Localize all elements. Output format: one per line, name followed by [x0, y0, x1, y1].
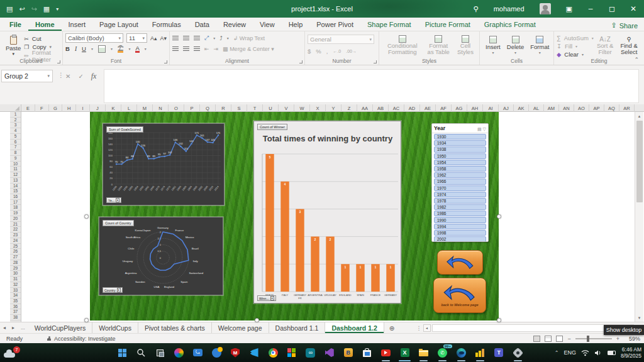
taskbar-icon-app-b[interactable]: B: [343, 348, 353, 358]
cell-styles-button[interactable]: Cell Styles: [454, 33, 477, 57]
clear-button[interactable]: ◆Clear▾: [557, 51, 594, 58]
select-all-corner[interactable]: [0, 104, 21, 112]
column-header-AK[interactable]: AK: [514, 104, 529, 112]
taskbar-icon-paint-3d[interactable]: ⤿: [192, 348, 203, 358]
ribbon-tab-graphics-format[interactable]: Graphics Format: [477, 19, 543, 31]
slicer-item-1950[interactable]: 1950: [434, 153, 486, 159]
row-header-10[interactable]: 10: [10, 162, 21, 167]
insert-cells-button[interactable]: Insert▾: [482, 33, 504, 57]
radar-chart-axis-button[interactable]: Country▾: [103, 287, 123, 293]
taskbar-icon-get-help[interactable]: [211, 348, 222, 358]
row-header-12[interactable]: 12: [10, 172, 21, 178]
format-as-table-button[interactable]: Format as Table: [423, 33, 454, 57]
line-chart-field-button[interactable]: Sum of GoalsScored: [106, 126, 143, 133]
comma-format-icon[interactable]: ,: [326, 48, 328, 55]
ribbon-tab-picture-format[interactable]: Picture Format: [418, 19, 477, 31]
radar-chart-field-button[interactable]: Count of Country: [103, 220, 134, 226]
page-break-view-icon[interactable]: [556, 336, 563, 342]
page-layout-view-icon[interactable]: [545, 336, 552, 342]
ribbon-tab-file[interactable]: File: [3, 19, 28, 31]
slicer-item-1998[interactable]: 1998: [434, 230, 486, 236]
winners-bar-chart[interactable]: Count of Winner Winn...▾ Total times of …: [253, 121, 401, 304]
sheet-nav-left-icon[interactable]: ◂: [0, 322, 9, 333]
taskbar-icon-chrome[interactable]: [268, 348, 279, 358]
fill-color-icon[interactable]: ⛱: [118, 45, 124, 53]
column-header-Z[interactable]: Z: [341, 104, 357, 112]
column-header-AE[interactable]: AE: [420, 104, 436, 112]
sheet-tab-welcome-page[interactable]: Welcome page: [212, 322, 269, 333]
row-header-18[interactable]: 18: [10, 205, 21, 211]
slicer-item-2002[interactable]: 2002: [434, 236, 486, 242]
column-header-U[interactable]: U: [263, 104, 279, 112]
column-header-AI[interactable]: AI: [483, 104, 499, 112]
sheet-tab-dashboard-1-2[interactable]: Dashboard 1.2: [325, 322, 384, 333]
clock[interactable]: 6:46 AM 8/9/2025: [621, 346, 641, 359]
ribbon-display-options-icon[interactable]: ▣: [558, 0, 580, 18]
slicer-clear-filter-icon[interactable]: ▽: [483, 127, 486, 131]
sheet-overflow-button[interactable]: ...: [18, 322, 28, 333]
normal-view-icon[interactable]: [533, 336, 540, 342]
sheet-tab-worldcupplayers[interactable]: WorldCupPlayers: [28, 322, 93, 333]
merge-center-button[interactable]: ▩ Merge & Center ▾: [223, 46, 274, 52]
taskbar-icon-power-bi[interactable]: [475, 348, 486, 358]
ribbon-tab-view[interactable]: View: [253, 19, 282, 31]
row-header-36[interactable]: 36: [10, 304, 21, 310]
align-right-icon[interactable]: [194, 47, 200, 51]
slicer-item-1990[interactable]: 1990: [434, 217, 486, 222]
column-header-AC[interactable]: AC: [389, 104, 404, 112]
row-header-14[interactable]: 14: [10, 184, 21, 189]
slicer-item-1930[interactable]: 1930: [434, 134, 486, 140]
row-header-21[interactable]: 21: [10, 222, 21, 228]
slicer-item-1986[interactable]: 1986: [434, 211, 486, 216]
cancel-entry-icon[interactable]: ✕: [65, 73, 70, 80]
slicer-item-1954[interactable]: 1954: [434, 160, 486, 165]
back-button-small[interactable]: [437, 250, 483, 275]
taskbar-icon-photos[interactable]: [286, 348, 297, 358]
ribbon-tab-formulas[interactable]: Formulas: [145, 19, 188, 31]
column-header-W[interactable]: W: [294, 104, 310, 112]
column-header-Q[interactable]: Q: [200, 104, 216, 112]
text-direction-icon[interactable]: ⤴: [219, 35, 223, 41]
row-header-6[interactable]: 6: [10, 140, 21, 145]
column-header-AB[interactable]: AB: [373, 104, 389, 112]
year-slicer[interactable]: Year ▤▽ 19301934193819501954195819621966…: [431, 123, 489, 242]
taskbar-icon-teams[interactable]: T: [494, 348, 504, 358]
column-header-AH[interactable]: AH: [467, 104, 483, 112]
row-header-5[interactable]: 5: [10, 134, 21, 140]
alignment-dialog-launcher[interactable]: [299, 60, 303, 63]
grow-font-icon[interactable]: A▴: [150, 35, 157, 41]
row-header-38[interactable]: 38: [10, 315, 21, 321]
bold-button[interactable]: B: [65, 45, 70, 52]
font-dialog-launcher[interactable]: [164, 60, 167, 63]
avatar[interactable]: [532, 0, 558, 18]
sheet-tab-worldcups[interactable]: WorldCups: [92, 322, 138, 333]
row-header-34[interactable]: 34: [10, 293, 21, 299]
wrap-text-button[interactable]: ↲ Wrap Text: [233, 35, 265, 41]
column-header-Y[interactable]: Y: [326, 104, 341, 112]
row-header-4[interactable]: 4: [10, 128, 21, 134]
font-size-combo[interactable]: 11▾: [126, 33, 147, 43]
row-header-23[interactable]: 23: [10, 233, 21, 238]
hscroll-left-icon[interactable]: ◂: [423, 324, 431, 332]
row-header-13[interactable]: 13: [10, 178, 21, 184]
number-dialog-launcher[interactable]: [374, 60, 377, 63]
slicer-item-1958[interactable]: 1958: [434, 166, 486, 172]
row-header-32[interactable]: 32: [10, 282, 21, 288]
column-header-AP[interactable]: AP: [589, 104, 604, 112]
ribbon-tab-shape-format[interactable]: Shape Format: [360, 19, 418, 31]
row-header-3[interactable]: 3: [10, 123, 21, 128]
column-header-AM[interactable]: AM: [544, 104, 559, 112]
column-header-AJ[interactable]: AJ: [499, 104, 514, 112]
row-header-28[interactable]: 28: [10, 260, 21, 266]
taskbar-icon-vscode[interactable]: [249, 348, 260, 358]
wifi-icon[interactable]: [581, 349, 589, 356]
shrink-font-icon[interactable]: A▾: [160, 35, 167, 41]
column-header-M[interactable]: M: [137, 104, 153, 112]
column-header-AO[interactable]: AO: [574, 104, 589, 112]
zoom-slider[interactable]: [575, 338, 612, 339]
taskbar-icon-store[interactable]: [362, 348, 372, 358]
column-header-L[interactable]: L: [121, 104, 137, 112]
slicer-item-1982[interactable]: 1982: [434, 204, 486, 210]
column-header-J[interactable]: J: [90, 104, 106, 112]
autosum-button[interactable]: ∑AutoSum▾: [557, 35, 594, 41]
